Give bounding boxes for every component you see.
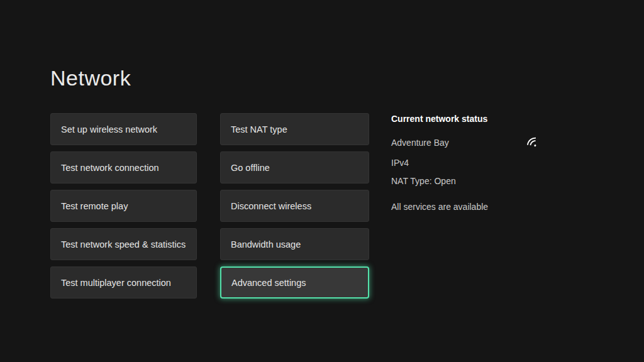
network-settings-screen: Network Set up wireless network Test net… xyxy=(0,0,644,362)
go-offline-button[interactable]: Go offline xyxy=(220,151,369,184)
test-multiplayer-connection-button[interactable]: Test multiplayer connection xyxy=(50,266,197,299)
services-status: All services are available xyxy=(391,202,592,212)
button-label: Test network speed & statistics xyxy=(61,239,186,250)
advanced-settings-button[interactable]: Advanced settings xyxy=(220,266,369,299)
button-label: Test NAT type xyxy=(231,124,287,134)
bandwidth-usage-button[interactable]: Bandwidth usage xyxy=(220,228,369,260)
button-label: Test multiplayer connection xyxy=(61,278,171,288)
disconnect-wireless-button[interactable]: Disconnect wireless xyxy=(220,190,369,222)
wifi-signal-icon xyxy=(523,133,543,153)
current-network-status-panel: Current network status Adventure Bay IPv… xyxy=(391,114,592,220)
menu-column-right: Test NAT type Go offline Disconnect wire… xyxy=(220,113,369,299)
button-label: Test remote play xyxy=(61,201,128,211)
nat-type: NAT Type: Open xyxy=(391,176,592,186)
button-label: Disconnect wireless xyxy=(231,201,311,211)
button-label: Go offline xyxy=(231,163,270,173)
button-label: Set up wireless network xyxy=(61,124,157,134)
test-network-speed-statistics-button[interactable]: Test network speed & statistics xyxy=(50,228,197,260)
button-label: Bandwidth usage xyxy=(231,239,301,250)
page-title: Network xyxy=(50,66,131,90)
button-label: Test network connection xyxy=(61,163,159,173)
test-nat-type-button[interactable]: Test NAT type xyxy=(220,113,369,145)
ip-version: IPv4 xyxy=(391,158,592,168)
test-remote-play-button[interactable]: Test remote play xyxy=(50,190,197,222)
test-network-connection-button[interactable]: Test network connection xyxy=(50,151,197,184)
network-name-row: Adventure Bay xyxy=(391,136,540,150)
button-label: Advanced settings xyxy=(231,278,306,288)
network-name: Adventure Bay xyxy=(391,138,449,148)
menu-column-left: Set up wireless network Test network con… xyxy=(50,113,197,299)
set-up-wireless-network-button[interactable]: Set up wireless network xyxy=(50,113,197,145)
status-heading: Current network status xyxy=(391,114,592,124)
